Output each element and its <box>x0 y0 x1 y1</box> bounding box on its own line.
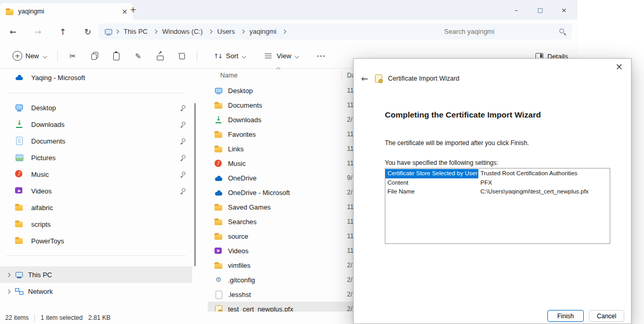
new-button[interactable]: New <box>7 48 52 64</box>
folder-icon <box>214 130 223 139</box>
chevron-down-icon <box>42 54 47 59</box>
file-date: 2/ <box>347 189 352 196</box>
picture-icon <box>15 153 24 162</box>
forward-button[interactable] <box>31 27 45 37</box>
sidebar-item-label: Network <box>28 288 53 295</box>
breadcrumb-this-pc[interactable]: This PC <box>120 27 151 36</box>
view-button[interactable]: View <box>258 48 305 64</box>
breadcrumb-windows-c[interactable]: Windows (C:) <box>159 27 206 36</box>
file-name: Saved Games <box>228 203 271 211</box>
sort-button[interactable]: Sort <box>207 48 252 64</box>
dialog-back-button[interactable] <box>360 74 369 84</box>
more-options-button[interactable] <box>311 48 332 64</box>
pin-icon <box>179 121 187 128</box>
cloud-icon <box>214 188 223 197</box>
chevron-right-icon[interactable] <box>207 29 212 34</box>
sidebar-item-label: scripts <box>31 221 51 228</box>
sidebar-item-scripts[interactable]: scripts <box>0 216 192 232</box>
pin-icon <box>179 154 187 162</box>
file-date: 2/ <box>347 116 352 123</box>
maximize-button[interactable] <box>536 7 544 14</box>
chevron-down-icon <box>294 54 300 59</box>
wizard-info-text: The certificate will be imported after y… <box>385 139 529 147</box>
chevron-right-icon[interactable] <box>281 29 286 34</box>
setting-value: Trusted Root Certification Authorities <box>478 169 580 178</box>
folder-icon <box>214 203 223 212</box>
sidebar-item-label: PowerToys <box>31 237 64 245</box>
sidebar-item-network[interactable]: Network <box>0 283 192 300</box>
sidebar-item-onedrive[interactable]: Yaqing - Microsoft <box>0 69 192 86</box>
toolbar-separator <box>197 50 197 62</box>
expand-chevron-icon[interactable] <box>5 289 10 294</box>
search-input[interactable] <box>438 27 558 36</box>
cut-button[interactable] <box>62 48 83 64</box>
sidebar-item-aifabric[interactable]: aifabric <box>0 199 192 216</box>
explorer-tab[interactable]: yaqingmi <box>0 3 133 20</box>
sort-ascending-icon <box>275 67 280 72</box>
breadcrumb[interactable]: This PC Windows (C:) Users yaqingmi <box>99 23 442 40</box>
column-header-name[interactable]: Name <box>220 72 237 79</box>
copy-button[interactable] <box>84 48 105 64</box>
settings-row[interactable]: Content PFX <box>385 178 610 188</box>
setting-key[interactable]: Content <box>385 178 478 188</box>
new-icon <box>12 51 22 61</box>
settings-list[interactable]: Certificate Store Selected by User Trust… <box>385 168 610 244</box>
sidebar-scrollbar[interactable] <box>194 103 196 266</box>
cancel-button[interactable]: Cancel <box>589 310 624 322</box>
dialog-title: Certificate Import Wizard <box>388 75 460 82</box>
status-separator <box>34 315 35 321</box>
sidebar-item-desktop[interactable]: Desktop <box>0 99 192 116</box>
new-tab-button[interactable] <box>130 0 137 20</box>
back-button[interactable] <box>6 27 20 37</box>
video-icon <box>214 247 223 255</box>
chevron-right-icon[interactable] <box>152 29 157 34</box>
settings-row[interactable]: File Name C:\Users\yaqingmi\test_cert_ne… <box>385 187 610 197</box>
file-name: source <box>228 232 248 240</box>
download-icon <box>15 120 24 129</box>
setting-key-selected[interactable]: Certificate Store Selected by User <box>385 169 478 178</box>
items-count: 22 items <box>5 314 29 321</box>
tab-bar: yaqingmi <box>0 0 578 20</box>
folder-icon <box>15 219 24 229</box>
sidebar-item-downloads[interactable]: Downloads <box>0 116 192 133</box>
copy-icon <box>89 51 100 61</box>
sidebar-item-documents[interactable]: Documents <box>0 133 192 149</box>
sidebar-item-this-pc[interactable]: This PC <box>0 266 192 283</box>
close-window-button[interactable] <box>560 6 568 14</box>
up-button[interactable] <box>56 27 70 37</box>
chevron-right-icon[interactable] <box>239 29 245 34</box>
share-icon <box>155 51 165 61</box>
more-icon <box>316 51 327 61</box>
rename-button[interactable] <box>128 48 149 64</box>
dialog-close-icon[interactable] <box>611 60 627 73</box>
paste-button[interactable] <box>106 48 127 64</box>
sidebar-item-videos[interactable]: Videos <box>0 183 192 199</box>
file-date: 9/ <box>347 174 352 182</box>
sidebar: Yaqing - Microsoft Desktop Downloads Doc… <box>0 69 192 313</box>
search-box <box>438 23 572 40</box>
folder-icon <box>15 236 24 245</box>
delete-button[interactable] <box>171 48 192 64</box>
folder-icon <box>214 261 223 270</box>
file-name: Documents <box>228 101 262 109</box>
expand-chevron-icon[interactable] <box>5 272 10 277</box>
minimize-button[interactable] <box>512 6 520 14</box>
finish-button[interactable]: Finish <box>547 310 584 322</box>
sidebar-item-pictures[interactable]: Pictures <box>0 149 192 166</box>
sidebar-item-powertoys[interactable]: PowerToys <box>0 232 192 249</box>
file-name: Favorites <box>228 131 256 138</box>
certificate-import-wizard-dialog: Certificate Import Wizard Completing the… <box>353 58 632 324</box>
breadcrumb-yaqingmi[interactable]: yaqingmi <box>246 27 279 36</box>
tab-close-icon[interactable] <box>122 7 128 16</box>
sidebar-item-music[interactable]: Music <box>0 166 192 183</box>
share-button[interactable] <box>150 48 170 64</box>
video-icon <box>15 186 24 196</box>
folder-icon <box>214 217 223 226</box>
refresh-button[interactable] <box>81 27 95 37</box>
column-divider <box>342 71 342 80</box>
sidebar-separator <box>6 255 186 256</box>
setting-key[interactable]: File Name <box>385 187 478 197</box>
breadcrumb-users[interactable]: Users <box>214 27 238 36</box>
settings-row[interactable]: Certificate Store Selected by User Trust… <box>385 169 610 178</box>
folder-icon <box>214 145 223 153</box>
